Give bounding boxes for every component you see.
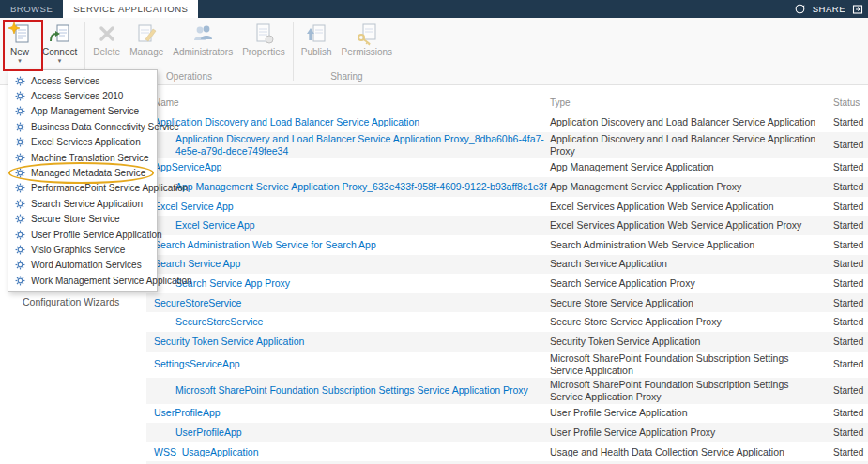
ribbon-separator (293, 22, 294, 81)
service-app-type: Usage and Health Data Collection Service… (550, 446, 833, 458)
manage-button[interactable]: Manage (125, 20, 168, 59)
properties-button[interactable]: Properties (237, 20, 290, 59)
permissions-button[interactable]: Permissions (337, 20, 397, 59)
table-row: App Management Service Application Proxy… (146, 177, 868, 197)
connect-button[interactable]: Connect ▾ (38, 20, 82, 66)
properties-icon (251, 22, 276, 46)
connect-icon (48, 22, 72, 46)
service-app-name-link[interactable]: SecureStoreService (146, 316, 550, 328)
menu-item[interactable]: Business Data Connectivity Service (8, 119, 157, 134)
menu-item[interactable]: Word Automation Services (8, 258, 157, 273)
table-row: SecureStoreService Secure Store Service … (146, 293, 868, 313)
menu-item[interactable]: User Profile Service Application (8, 227, 157, 242)
service-app-name-link[interactable]: Excel Service App (146, 201, 550, 213)
service-gear-icon (15, 91, 25, 101)
administrators-button-label: Administrators (173, 47, 233, 57)
new-button[interactable]: New ▾ (2, 20, 38, 66)
service-app-type: App Management Service Application Proxy (550, 181, 833, 193)
service-app-name-link[interactable]: UserProfileApp (146, 427, 550, 439)
service-app-name-link[interactable]: Application Discovery and Load Balancer … (146, 116, 550, 128)
service-app-name-link[interactable]: Search Service App Proxy (146, 277, 550, 290)
service-app-type: App Management Service Application (550, 161, 833, 173)
publish-button[interactable]: Publish (297, 20, 337, 59)
column-header-name: Name (146, 97, 550, 108)
column-header-type: Type (550, 97, 833, 108)
menu-item[interactable]: Visio Graphics Service (8, 242, 157, 257)
service-app-type: Excel Services Application Web Service A… (550, 201, 833, 213)
menu-item[interactable]: App Management Service (8, 104, 157, 119)
service-applications-table: Name Type Status Application Discovery a… (146, 92, 868, 464)
manage-button-label: Manage (129, 47, 163, 57)
table-row: UserProfileApp User Profile Service Appl… (146, 404, 868, 424)
service-gear-icon (15, 276, 25, 286)
permissions-button-label: Permissions (342, 47, 392, 57)
menu-item[interactable]: Machine Translation Service (8, 150, 157, 165)
menu-item[interactable]: Access Services 2010 (8, 88, 157, 103)
focus-on-content-icon[interactable] (852, 4, 863, 15)
new-button-label: New (10, 47, 29, 57)
service-app-name-link[interactable]: Security Token Service Application (146, 336, 550, 348)
menu-item[interactable]: Excel Services Application (8, 135, 157, 150)
service-app-name-link[interactable]: Search Service App (146, 258, 550, 270)
service-app-status: Started (833, 427, 868, 439)
permissions-icon (355, 22, 379, 46)
service-app-type: Search Service Application (550, 258, 833, 270)
service-app-status: Started (833, 358, 868, 370)
service-app-status: Started (833, 407, 868, 419)
service-app-name-link[interactable]: App Management Service Application Proxy… (146, 181, 550, 193)
service-app-status: Started (833, 219, 868, 232)
service-app-name-link[interactable]: Microsoft SharePoint Foundation Subscrip… (146, 384, 550, 397)
delete-icon (95, 22, 119, 46)
service-app-type: Security Token Service Application (550, 336, 833, 348)
service-app-status: Started (833, 161, 868, 173)
service-app-type: User Profile Service Application Proxy (550, 427, 833, 439)
menu-item[interactable]: Access Services (8, 73, 157, 88)
service-app-name-link[interactable]: SecureStoreService (146, 297, 550, 309)
tab-service-applications[interactable]: SERVICE APPLICATIONS (63, 0, 198, 18)
menu-item[interactable]: PerformancePoint Service Application (8, 181, 157, 196)
service-app-name-link[interactable]: Search Administration Web Service for Se… (146, 239, 550, 251)
service-app-name-link[interactable]: AppServiceApp (146, 161, 550, 173)
table-row: Excel Service App Excel Services Applica… (146, 197, 868, 217)
service-app-name-link[interactable]: UserProfileApp (146, 407, 550, 419)
connect-button-label: Connect (42, 47, 77, 57)
manage-icon (134, 22, 159, 46)
menu-item[interactable]: Work Management Service Application (8, 273, 157, 288)
service-gear-icon (15, 168, 25, 178)
administrators-button[interactable]: Administrators (168, 20, 237, 59)
service-app-status: Started (833, 258, 868, 270)
menu-item-label: Access Services (31, 76, 99, 86)
table-row: WSS_UsageApplication Usage and Health Da… (146, 442, 868, 462)
table-row: Search Service App Proxy Search Service … (146, 274, 868, 293)
table-row: UserProfileApp User Profile Service Appl… (146, 423, 868, 442)
table-row: Microsoft SharePoint Foundation Subscrip… (146, 378, 868, 404)
menu-item-label: Search Service Application (31, 199, 143, 209)
properties-button-label: Properties (242, 47, 285, 57)
service-app-name-link[interactable]: Application Discovery and Load Balancer … (146, 133, 550, 157)
menu-item[interactable]: Search Service Application (8, 196, 157, 211)
table-row: Excel Service App Excel Services Applica… (146, 216, 868, 235)
table-row: Search Service App Search Service Applic… (146, 255, 868, 275)
service-app-status: Started (833, 336, 868, 348)
menu-item[interactable]: Secure Store Service (8, 212, 157, 227)
table-row: SettingsServiceApp Microsoft SharePoint … (146, 352, 868, 378)
sharepoint-central-admin-window: BROWSE SERVICE APPLICATIONS SHARE (0, 0, 868, 464)
publish-icon (304, 22, 328, 46)
delete-button[interactable]: Delete (88, 20, 125, 59)
service-gear-icon (15, 106, 25, 116)
share-button[interactable]: SHARE (813, 4, 845, 14)
column-header-status: Status (833, 97, 868, 108)
delete-button-label: Delete (93, 47, 120, 57)
service-app-name-link[interactable]: Excel Service App (146, 219, 550, 232)
sync-circle-icon (794, 3, 806, 15)
service-app-name-link[interactable]: WSS_UsageApplication (146, 446, 550, 458)
service-gear-icon (15, 122, 25, 132)
service-app-type: Application Discovery and Load Balancer … (550, 133, 833, 157)
menu-item[interactable]: Managed Metadata Service (8, 165, 157, 180)
administrators-icon (190, 22, 215, 46)
service-app-name-link[interactable]: SettingsServiceApp (146, 358, 550, 370)
service-app-type: Application Discovery and Load Balancer … (550, 116, 833, 128)
menu-item-label: User Profile Service Application (31, 230, 162, 240)
sidebar-item-configuration-wizards[interactable]: Configuration Wizards (23, 296, 119, 307)
tab-browse[interactable]: BROWSE (0, 0, 63, 18)
